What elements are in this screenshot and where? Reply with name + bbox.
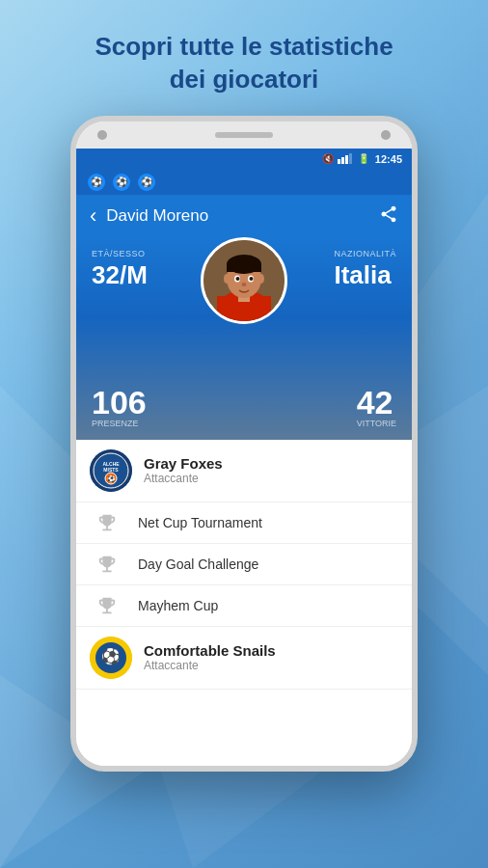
team1-name: Gray Foxes <box>144 455 223 472</box>
app-icons-bar: ⚽ ⚽ ⚽ <box>76 170 412 195</box>
team2-role: Attaccante <box>144 659 276 672</box>
svg-point-16 <box>242 283 247 286</box>
phone-speaker <box>215 132 273 138</box>
header-section: Scopri tutte le statistiche dei giocator… <box>56 0 431 116</box>
share-icon <box>379 204 398 224</box>
svg-point-15 <box>250 277 254 281</box>
presenze-value: 106 <box>92 386 185 419</box>
team1-row[interactable]: ALCHE MISTS ⚽ Gray Foxes Attaccante <box>76 440 412 502</box>
presenze-stat: 106 PRESENZE <box>92 386 185 428</box>
age-stat: ETÀ/SESSO 32/M <box>92 249 185 287</box>
app-icon-2: ⚽ <box>113 174 130 191</box>
signal-bars <box>338 153 352 164</box>
svg-point-17 <box>224 274 230 284</box>
phone-camera-right <box>381 130 391 140</box>
status-icons: 🔇 🔋 <box>322 153 369 164</box>
status-bar: 🔇 🔋 12:45 <box>76 149 412 170</box>
trophy-name-1: Net Cup Tournament <box>138 515 262 530</box>
share-button[interactable] <box>379 204 398 228</box>
trophy-name-2: Day Goal Challenge <box>138 556 258 572</box>
vittorie-stat: 42 VITTORIE <box>357 386 396 428</box>
team2-name: Comfortable Snails <box>144 642 276 659</box>
app-icon-3: ⚽ <box>138 174 155 191</box>
phone-mockup: 🔇 🔋 12:45 ⚽ ⚽ ⚽ ‹ David Moreno <box>70 116 418 772</box>
svg-point-18 <box>258 274 264 284</box>
status-time: 12:45 <box>375 153 402 165</box>
player-avatar-container <box>201 237 287 324</box>
player-avatar-svg <box>203 240 285 321</box>
team1-info: Gray Foxes Attaccante <box>144 455 223 485</box>
player-avatar <box>201 237 287 324</box>
stats-left: ETÀ/SESSO 32/M 106 PRESENZE <box>76 237 201 440</box>
trophy-name-3: Mayhem Cup <box>138 598 218 613</box>
nationality-stat: NAZIONALITÀ Italia <box>334 249 396 287</box>
back-button[interactable]: ‹ <box>90 203 96 229</box>
age-value: 32/M <box>92 262 185 287</box>
vittorie-label: VITTORIE <box>357 419 396 428</box>
svg-text:MISTS: MISTS <box>103 467 119 473</box>
vittorie-value: 42 <box>357 386 396 419</box>
svg-rect-11 <box>227 264 261 272</box>
battery-icon: 🔋 <box>358 153 369 164</box>
nav-title: David Moreno <box>106 206 379 226</box>
svg-point-14 <box>236 277 240 281</box>
team2-info: Comfortable Snails Attaccante <box>144 642 276 672</box>
trophy-item-3[interactable]: Mayhem Cup <box>76 585 412 627</box>
svg-text:⚽: ⚽ <box>101 647 121 665</box>
app-icon-1: ⚽ <box>88 174 105 191</box>
nav-bar: ‹ David Moreno <box>76 195 412 237</box>
nationality-value: Italia <box>334 262 396 287</box>
phone-top-bar <box>76 122 412 149</box>
team1-logo: ALCHE MISTS ⚽ <box>90 449 132 492</box>
svg-text:⚽: ⚽ <box>107 475 116 483</box>
trophy-item-1[interactable]: Net Cup Tournament <box>76 502 412 544</box>
team2-row[interactable]: ⚽ Comfortable Snails Attaccante <box>76 627 412 690</box>
nationality-label: NAZIONALITÀ <box>334 249 396 258</box>
mute-icon: 🔇 <box>322 153 334 164</box>
trophy-item-2[interactable]: Day Goal Challenge <box>76 544 412 585</box>
team1-role: Attaccante <box>144 472 223 485</box>
stats-right: NAZIONALITÀ Italia 42 VITTORIE <box>287 237 412 440</box>
presenze-label: PRESENZE <box>92 419 185 428</box>
age-label: ETÀ/SESSO <box>92 249 185 258</box>
trophy-icon-3 <box>90 595 124 616</box>
team2-logo: ⚽ <box>90 637 132 679</box>
trophy-icon-1 <box>90 512 124 533</box>
header-title: Scopri tutte le statistiche dei giocator… <box>95 31 393 96</box>
phone-camera-left <box>97 130 107 140</box>
trophy-icon-2 <box>90 554 124 575</box>
content-area: ALCHE MISTS ⚽ Gray Foxes Attaccante Net … <box>76 440 412 766</box>
